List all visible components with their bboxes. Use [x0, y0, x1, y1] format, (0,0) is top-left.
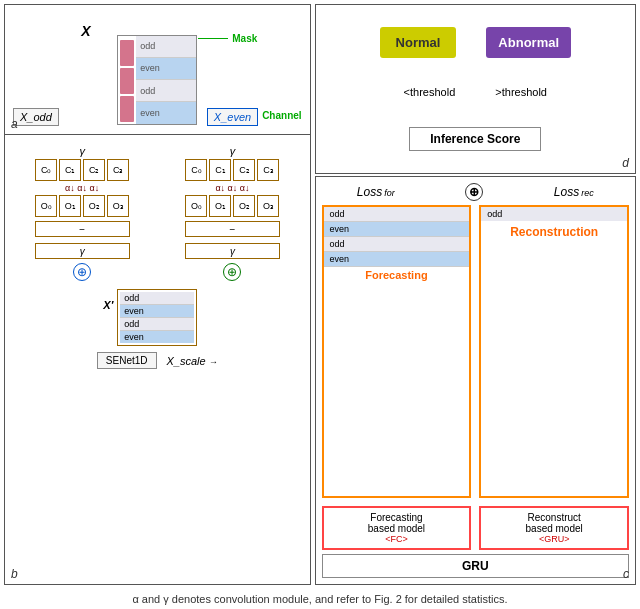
subtract-left: −: [35, 221, 130, 237]
x-matrix-row-odd: odd: [136, 80, 196, 102]
forecast-col: odd even odd even Forecasting Forecastin…: [322, 205, 472, 550]
senet-box: SENet1D: [97, 352, 157, 369]
pink-bar: [120, 40, 134, 66]
loss-for-sub: for: [384, 188, 395, 198]
x-even-box: X_even: [207, 108, 258, 126]
c-boxes-right: C₀ C₁ C₂ C₃: [185, 159, 279, 181]
x-scale-label: X_scale →: [167, 355, 218, 367]
gru-model-text: Reconstructbased model: [485, 512, 623, 534]
xp-row-odd: odd: [120, 292, 194, 305]
panel-c: Loss for ⊕ Loss rec odd even: [315, 176, 636, 585]
c-boxes-left: C₀ C₁ C₂ C₃: [35, 159, 129, 181]
forecast-seq-even: even: [324, 222, 470, 237]
alpha-left: α↓ α↓ α↓: [65, 183, 99, 193]
o2-right: O₂: [233, 195, 255, 217]
top-row: X odd even odd even: [0, 0, 640, 589]
main-container: X odd even odd even: [0, 0, 640, 609]
left-panel: X odd even odd even: [4, 4, 311, 585]
x-matrix-row-odd: odd: [136, 36, 196, 58]
panel-b: γ C₀ C₁ C₂ C₃ α↓ α↓ α↓ O₀ O₁ O₂ O₃: [5, 135, 310, 584]
oplus-green: ⊕: [223, 263, 241, 281]
x-matrix-row-even: even: [136, 58, 196, 80]
forecast-seq-box: odd even odd even Forecasting: [322, 205, 472, 498]
o1-right: O₁: [209, 195, 231, 217]
threshold-row: <threshold >threshold: [404, 86, 547, 98]
panel-d: Normal Abnormal <threshold >threshold In…: [315, 4, 636, 174]
c0-right: C₀: [185, 159, 207, 181]
c2-right: C₂: [233, 159, 255, 181]
forecast-recon-row: odd even odd even Forecasting Forecastin…: [322, 205, 629, 550]
oplus-center: ⊕: [465, 183, 483, 201]
fc-model-box: Forecastingbased model <FC>: [322, 506, 472, 550]
normal-abnormal-row: Normal Abnormal: [380, 27, 571, 58]
panel-b-label: b: [11, 567, 18, 581]
x-scale-arrow: →: [209, 357, 218, 367]
xp-row-even2: even: [120, 331, 194, 343]
o3-right: O₃: [257, 195, 279, 217]
normal-box: Normal: [380, 27, 457, 58]
o3-left: O₃: [107, 195, 129, 217]
gamma-box-right: γ: [185, 243, 280, 259]
o0-left: O₀: [35, 195, 57, 217]
gamma-right: γ: [230, 145, 236, 157]
panel-a: X odd even odd even: [5, 5, 310, 135]
two-col-top: γ C₀ C₁ C₂ C₃ α↓ α↓ α↓ O₀ O₁ O₂ O₃: [11, 145, 304, 281]
o-boxes-right: O₀ O₁ O₂ O₃: [185, 195, 279, 217]
right-panel: Normal Abnormal <threshold >threshold In…: [315, 4, 636, 585]
xp-row-even: even: [120, 305, 194, 318]
c0-left: C₀: [35, 159, 57, 181]
oplus-blue: ⊕: [73, 263, 91, 281]
module-col-left: γ C₀ C₁ C₂ C₃ α↓ α↓ α↓ O₀ O₁ O₂ O₃: [11, 145, 153, 281]
bottom-caption: α and γ denotes convolution module, and …: [0, 589, 640, 609]
recon-col: odd Reconstruction Reconstructbased mode…: [479, 205, 629, 550]
x-prime-label: X′: [103, 299, 113, 311]
x-odd-label: X_odd: [20, 111, 52, 123]
forecast-seq-odd: odd: [324, 207, 470, 222]
gru-model-box: Reconstructbased model <GRU>: [479, 506, 629, 550]
alpha-right: α↓ α↓ α↓: [215, 183, 249, 193]
reconstruction-label: Reconstruction: [481, 221, 627, 243]
c1-right: C₁: [209, 159, 231, 181]
pink-bar: [120, 68, 134, 94]
x-prime-box: odd even odd even: [117, 289, 197, 346]
o-boxes-left: O₀ O₁ O₂ O₃: [35, 195, 129, 217]
mask-label: Mask: [232, 33, 257, 44]
forecast-seq-odd2: odd: [324, 237, 470, 252]
c3-left: C₃: [107, 159, 129, 181]
loss-for-label: Loss: [357, 185, 382, 199]
o2-left: O₂: [83, 195, 105, 217]
xp-row-odd2: odd: [120, 318, 194, 331]
x-label: X: [81, 23, 90, 39]
loss-row: Loss for ⊕ Loss rec: [322, 183, 629, 201]
panel-d-label: d: [622, 156, 629, 170]
c3-right: C₃: [257, 159, 279, 181]
threshold-high: >threshold: [495, 86, 547, 98]
x-scale-italic: X_scale: [167, 355, 206, 367]
forecasting-label: Forecasting: [324, 267, 470, 283]
abnormal-box: Abnormal: [486, 27, 571, 58]
threshold-low: <threshold: [404, 86, 456, 98]
forecast-seq-even2: even: [324, 252, 470, 267]
panel-c-label: c: [623, 567, 629, 581]
gru-tag: <GRU>: [485, 534, 623, 544]
o1-left: O₁: [59, 195, 81, 217]
inference-score-box: Inference Score: [409, 127, 541, 151]
subtract-right: −: [185, 221, 280, 237]
gru-bottom-box: GRU: [322, 554, 629, 578]
loss-rec-label: Loss: [554, 185, 579, 199]
panel-a-label: a: [11, 117, 18, 131]
c1-left: C₁: [59, 159, 81, 181]
bottom-se-row: SENet1D X_scale →: [11, 352, 304, 369]
channel-label: Channel: [262, 110, 301, 121]
loss-rec-sub: rec: [581, 188, 594, 198]
x-odd-box: X_odd: [13, 108, 59, 126]
o0-right: O₀: [185, 195, 207, 217]
fc-tag: <FC>: [328, 534, 466, 544]
c2-left: C₂: [83, 159, 105, 181]
fc-model-text: Forecastingbased model: [328, 512, 466, 534]
recon-seq-box: odd Reconstruction: [479, 205, 629, 498]
x-even-label: X_even: [214, 111, 251, 123]
recon-seq-odd: odd: [481, 207, 627, 221]
gamma-box-left: γ: [35, 243, 130, 259]
gamma-left: γ: [79, 145, 85, 157]
